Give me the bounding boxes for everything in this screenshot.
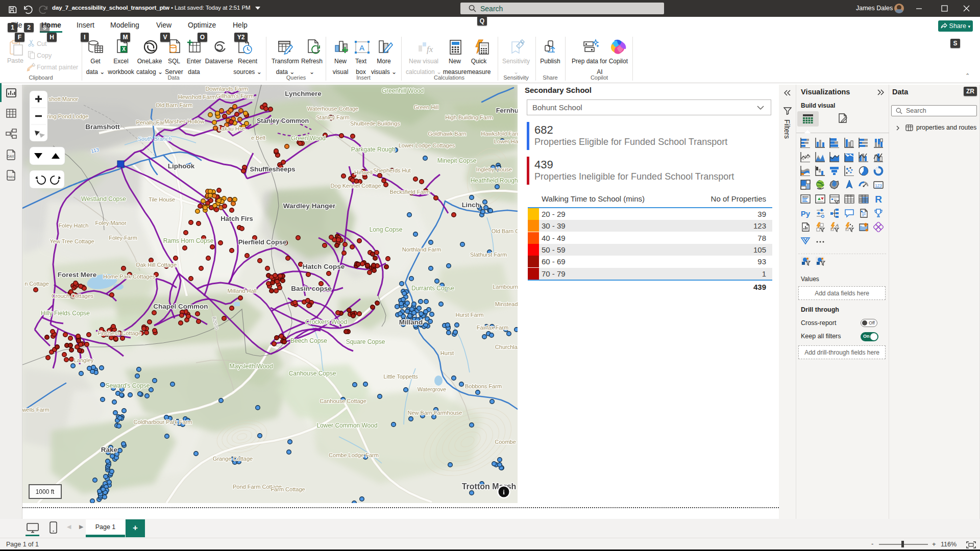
svg-text:shott Manor: shott Manor [48,96,78,102]
svg-text:Gillham's Farm: Gillham's Farm [216,93,254,99]
svg-text:Hewshott Farm: Hewshott Farm [178,94,216,100]
svg-text:A: A [359,43,364,52]
svg-text:Hurst: Hurst [440,350,454,356]
svg-text:Finchess Cottage: Finchess Cottage [97,330,141,336]
svg-text:R: R [875,194,882,204]
svg-text:Lynchmere: Lynchmere [285,90,322,97]
svg-text:A: A [835,223,839,228]
svg-text:Hilly Fields Copse: Hilly Fields Copse [41,310,90,317]
svg-text:1000 ft: 1000 ft [36,488,55,495]
svg-text:Oak Hill Cottage: Oak Hill Cottage [136,262,177,268]
svg-text:Linch: Linch [462,201,480,209]
svg-text:Parkgate Rough: Parkgate Rough [351,146,396,153]
svg-text:Bramshott: Bramshott [85,123,120,131]
svg-text:Fernhurst: Fernhurst [496,107,518,114]
svg-text:Home Park Cottages: Home Park Cottages [103,273,156,280]
svg-text:Rams Horn Copse: Rams Horn Copse [163,237,214,244]
svg-text:Hawksfold Farm: Hawksfold Farm [481,131,518,137]
svg-text:Milland: Milland [399,318,423,326]
svg-text:Maysleith Wood: Maysleith Wood [229,363,273,370]
svg-text:Grange Cottage: Grange Cottage [213,456,253,462]
svg-text:Liphook: Liphook [168,162,195,170]
svg-text:Canhouse Copse: Canhouse Copse [289,370,336,377]
svg-text:Becksfield Farm: Becksfield Farm [390,189,430,195]
svg-text:Hirtwell: Hirtwell [354,169,373,176]
svg-text:Stanley Common: Stanley Common [257,117,309,124]
svg-text:Seward's Copse: Seward's Copse [106,382,150,389]
svg-text:Wardley Hanger: Wardley Hanger [283,202,336,210]
svg-text:Fairfax Farm: Fairfax Farm [477,324,508,331]
svg-text:Northland Farm: Northland Farm [402,246,441,253]
svg-text:X: X [122,46,126,52]
svg-text:Foley Hatch: Foley Hatch [59,222,89,229]
svg-text:wells Farm: wells Farm [22,407,50,413]
svg-text:Rake: Rake [101,446,118,454]
svg-text:Heathfield Rough: Heathfield Rough [471,177,518,184]
svg-text:Shufflesheeps: Shufflesheeps [250,165,296,173]
svg-text:Hatch Firs: Hatch Firs [220,215,253,222]
svg-text:Watergrove: Watergrove [418,386,446,392]
svg-text:Combe Lodge Farm: Combe Lodge Farm [329,452,379,458]
svg-text:Little Toppetts: Little Toppetts [383,373,418,380]
svg-text:Chapel Common: Chapel Common [153,303,208,310]
svg-text:Yew Tree Cottage: Yew Tree Cottage [50,238,94,244]
svg-text:Westland Copse: Westland Copse [81,195,126,203]
svg-text:Lambourn: Lambourn [493,284,518,290]
svg-text:Old Barn Farm: Old Barn Farm [156,102,192,108]
svg-text:Canhouse Cottage: Canhouse Cottage [320,398,366,404]
svg-text:Green Wood: Green Wood [291,135,326,142]
svg-text:123: 123 [875,183,882,188]
svg-text:Beech Copse: Beech Copse [290,337,327,344]
svg-text:Pierfield Copse: Pierfield Copse [238,238,287,246]
svg-text:DAX: DAX [7,155,14,158]
svg-text:High Building Farm: High Building Farm [445,114,493,120]
svg-text:Lower Common Wood: Lower Common Wood [316,422,377,429]
svg-text:Long Copse: Long Copse [370,226,403,233]
svg-text:Milland Hall: Milland Hall [228,288,257,294]
svg-text:Minepit Copse: Minepit Copse [437,157,477,164]
svg-text:Dog Kennel Cottage: Dog Kennel Cottage [330,183,381,189]
svg-text:Farm Cottage: Farm Cottage [271,486,305,492]
svg-text:n Cottage: n Cottage [24,281,49,287]
svg-text:Lakau Hse: Lakau Hse [218,126,246,132]
svg-text:Hurst Farm: Hurst Farm [456,312,484,318]
svg-text:fx: fx [427,44,433,54]
svg-text:Downlands Farm: Downlands Farm [205,86,248,92]
svg-text:South Branch: South Branch [138,136,172,142]
svg-text:Basin copse: Basin copse [291,285,332,292]
svg-text:TMDL: TMDL [7,176,15,179]
svg-text:Square Copse: Square Copse [346,338,385,345]
svg-text:Old Barn C: Old Barn C [492,228,518,234]
svg-text:Py: Py [801,209,811,218]
svg-text:Ingleby House: Ingleby House [476,166,512,172]
svg-text:Lower Hay: Lower Hay [494,138,518,144]
svg-text:Minstead: Minstead [495,301,518,307]
svg-text:e Belt: e Belt [251,135,265,141]
svg-text:Crouch Cottages: Crouch Cottages [52,293,94,299]
svg-text:Foley Manor: Foley Manor [95,220,126,226]
svg-text:Coombe: Coombe [495,439,516,445]
svg-text:Shepherds Hut: Shepherds Hut [373,167,410,173]
svg-text:Slathurst Farm: Slathurst Farm [470,252,507,258]
svg-text:Foley Farm: Foley Farm [109,235,137,241]
svg-text:Stanley Farm: Stanley Farm [316,114,349,120]
svg-text:Green Hill: Green Hill [414,104,439,110]
svg-text:Hatch Copse: Hatch Copse [303,263,345,270]
svg-text:Greenhill Wood: Greenhill Wood [382,87,424,94]
svg-text:Tile House: Tile House [149,196,175,203]
svg-text:Crockers Wood: Crockers Wood [305,318,347,325]
svg-text:i: i [503,488,505,496]
svg-text:Goldhawk Barn: Goldhawk Barn [428,131,466,137]
svg-text:Forest Mere: Forest Mere [58,271,97,279]
svg-text:Lower Lodge Cottages: Lower Lodge Cottages [399,142,455,148]
svg-text:New Barn Farmhouse: New Barn Farmhouse [408,410,462,416]
svg-text:Bobbons Farm: Bobbons Farm [465,383,502,389]
svg-text:Waterhouse Cottage: Waterhouse Cottage [307,106,358,112]
svg-text:Marshes Hollow: Marshes Hollow [164,118,204,124]
svg-text:Durrants Copse: Durrants Copse [411,285,454,292]
svg-text:Langley: Langley [74,357,94,363]
svg-text:Coldharbour Park Farm: Coldharbour Park Farm [134,419,192,425]
svg-text:Shulbrede Buildings: Shulbrede Buildings [350,120,400,127]
svg-text:Churchland: Churchland [495,344,518,350]
